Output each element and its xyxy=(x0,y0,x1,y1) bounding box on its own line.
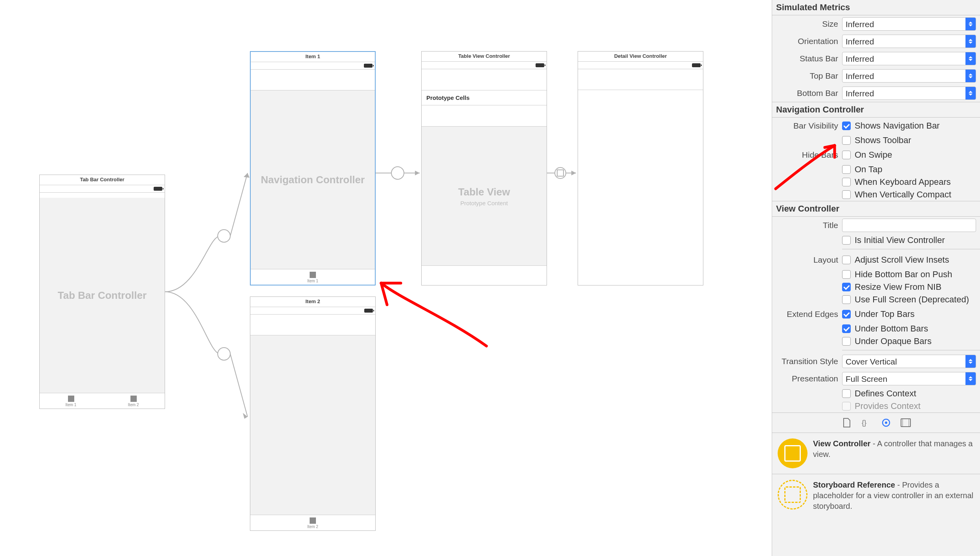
select-orientation[interactable]: Inferred xyxy=(842,35,976,48)
checkbox-under-opaque[interactable] xyxy=(842,337,851,346)
battery-icon xyxy=(364,309,373,313)
label-size: Size xyxy=(776,19,838,29)
placeholder-text: Navigation Controller xyxy=(261,174,365,186)
object-library-icon[interactable] xyxy=(881,418,891,428)
svg-text:{}: {} xyxy=(862,419,866,427)
svg-marker-5 xyxy=(415,171,420,175)
svg-point-2 xyxy=(218,348,230,360)
scene-title: Tab Bar Controller xyxy=(40,175,165,185)
tab-icon xyxy=(130,396,137,402)
checkbox-when-keyboard[interactable] xyxy=(842,178,851,186)
svg-rect-7 xyxy=(557,170,563,176)
label-bottom-bar: Bottom Bar xyxy=(776,88,838,98)
checkbox-under-bottom[interactable] xyxy=(842,324,851,333)
tab-item-1[interactable]: Item 1 xyxy=(40,393,102,409)
tab-label: Item 1 xyxy=(40,403,102,407)
tab-item-2[interactable]: Item 2 xyxy=(102,393,165,409)
tab-icon xyxy=(310,272,316,278)
tab-bar: Item 2 xyxy=(250,515,375,530)
scene-nav-controller-1[interactable]: Item 1 Navigation Controller Item 1 xyxy=(250,51,376,285)
checkbox-adjust-scroll[interactable] xyxy=(842,256,851,264)
tab-item[interactable]: Item 1 xyxy=(251,269,375,285)
placeholder-text: Table View xyxy=(458,186,510,198)
code-snippet-icon[interactable]: {} xyxy=(861,418,872,428)
label-status-bar: Status Bar xyxy=(776,54,838,63)
scene-title: Item 1 xyxy=(251,52,375,62)
tab-icon xyxy=(68,396,74,402)
library-item-view-controller[interactable]: View Controller - A controller that mana… xyxy=(772,433,980,474)
tab-label: Item 2 xyxy=(102,403,165,407)
section-view-controller: View Controller xyxy=(772,201,980,217)
checkbox-defines-context[interactable] xyxy=(842,389,851,398)
label-transition-style: Transition Style xyxy=(776,357,838,366)
chevron-updown-icon xyxy=(965,18,976,30)
tab-icon xyxy=(310,517,316,524)
chevron-updown-icon xyxy=(965,87,976,99)
tab-label: Item 2 xyxy=(250,525,375,529)
storyboard-canvas[interactable]: Tab Bar Controller Tab Bar Controller It… xyxy=(0,0,772,556)
label-top-bar: Top Bar xyxy=(776,71,838,81)
placeholder-subtext: Prototype Content xyxy=(461,200,508,206)
library-toolbar: {} xyxy=(772,412,980,433)
scene-title: Detail View Controller xyxy=(578,52,703,62)
checkbox-under-top[interactable] xyxy=(842,310,851,319)
checkbox-on-swipe[interactable] xyxy=(842,151,851,159)
chevron-updown-icon xyxy=(965,70,976,82)
section-simulated-metrics: Simulated Metrics xyxy=(772,0,980,15)
svg-point-11 xyxy=(885,422,887,424)
checkbox-is-initial[interactable] xyxy=(842,236,851,245)
scene-nav-controller-2[interactable]: Item 2 Item 2 xyxy=(250,296,376,531)
label-layout: Layout xyxy=(776,255,838,265)
chevron-updown-icon xyxy=(965,372,976,385)
svg-point-4 xyxy=(391,167,404,179)
battery-icon xyxy=(364,64,373,68)
storyboard-reference-icon xyxy=(778,480,807,510)
scene-table-view-controller[interactable]: Table View Controller Prototype Cells Ta… xyxy=(421,51,547,285)
tab-bar: Item 1 xyxy=(251,269,375,285)
placeholder-text: Tab Bar Controller xyxy=(58,289,147,302)
chevron-updown-icon xyxy=(965,355,976,368)
inspector-panel: Simulated Metrics Size Inferred Orientat… xyxy=(772,0,980,556)
tab-bar: Item 1 Item 2 xyxy=(40,393,165,409)
library-item-storyboard-ref[interactable]: Storyboard Reference - Provides a placeh… xyxy=(772,474,980,517)
label-extend-edges: Extend Edges xyxy=(776,309,838,319)
chevron-updown-icon xyxy=(965,52,976,65)
battery-icon xyxy=(536,63,544,67)
svg-marker-1 xyxy=(244,173,250,178)
file-template-icon[interactable] xyxy=(842,418,852,428)
checkbox-shows-toolbar[interactable] xyxy=(842,136,851,145)
checkbox-resize-nib[interactable] xyxy=(842,283,851,291)
label-hide-bars: Hide Bars xyxy=(776,150,838,160)
select-size[interactable]: Inferred xyxy=(842,17,976,31)
checkbox-hide-bottom[interactable] xyxy=(842,270,851,279)
label-presentation: Presentation xyxy=(776,374,838,383)
section-navigation-controller: Navigation Controller xyxy=(772,102,980,118)
label-orientation: Orientation xyxy=(776,37,838,46)
tab-item[interactable]: Item 2 xyxy=(250,515,375,530)
scene-tab-bar-controller[interactable]: Tab Bar Controller Tab Bar Controller It… xyxy=(39,175,165,409)
prototype-cells-header: Prototype Cells xyxy=(422,90,547,105)
checkbox-provides-context[interactable] xyxy=(842,402,851,411)
scene-detail-view-controller[interactable]: Detail View Controller xyxy=(578,51,703,285)
select-bottom-bar[interactable]: Inferred xyxy=(842,87,976,100)
chevron-updown-icon xyxy=(965,35,976,48)
select-transition-style[interactable]: Cover Vertical xyxy=(842,355,976,368)
label-title: Title xyxy=(776,221,838,230)
battery-icon xyxy=(154,187,162,191)
media-library-icon[interactable] xyxy=(901,418,911,428)
checkbox-full-screen-dep[interactable] xyxy=(842,295,851,304)
select-top-bar[interactable]: Inferred xyxy=(842,69,976,83)
select-presentation[interactable]: Full Screen xyxy=(842,372,976,385)
battery-icon xyxy=(692,63,701,67)
input-title[interactable] xyxy=(842,219,976,232)
checkbox-shows-nav-bar[interactable] xyxy=(842,122,851,130)
view-controller-icon xyxy=(778,438,807,468)
svg-marker-3 xyxy=(243,413,248,419)
scene-title: Item 2 xyxy=(250,297,375,307)
select-status-bar[interactable]: Inferred xyxy=(842,52,976,65)
checkbox-when-compact[interactable] xyxy=(842,190,851,199)
tab-label: Item 1 xyxy=(251,279,375,283)
checkbox-on-tap[interactable] xyxy=(842,165,851,174)
svg-point-6 xyxy=(555,168,566,179)
scene-title: Table View Controller xyxy=(422,52,547,62)
